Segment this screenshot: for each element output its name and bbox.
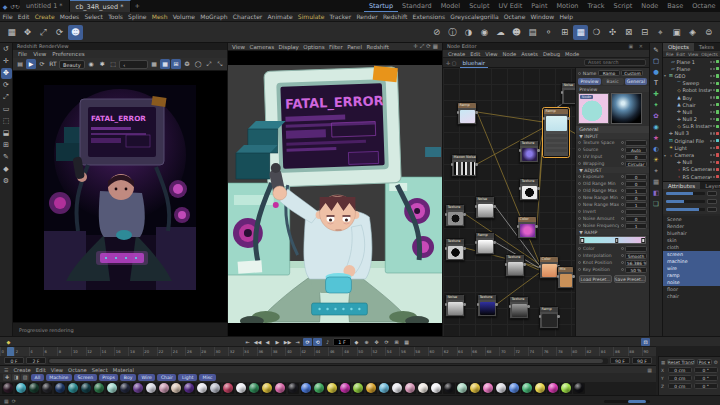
object-tree-row[interactable]: ✛ Null	[663, 108, 720, 115]
shader-node[interactable]: Noise	[445, 294, 465, 317]
shader-node[interactable]: Noise	[561, 82, 575, 105]
material-swatch[interactable]	[482, 383, 493, 394]
rotation-field[interactable]: 0 °	[694, 367, 719, 374]
record-button[interactable]: ⟳	[382, 338, 391, 346]
ramp-section-header[interactable]: ▼ RAMP	[576, 229, 649, 235]
shader-node[interactable]: Texture	[509, 296, 529, 319]
transport-button[interactable]: ◀	[263, 338, 272, 346]
layout-tab[interactable]: Standard	[398, 0, 437, 12]
toolbar-icon[interactable]: ▦	[573, 25, 588, 40]
attribute-row[interactable]: Old Range Max1	[576, 187, 649, 194]
layout-tab[interactable]: Node	[637, 0, 663, 12]
material-swatch[interactable]	[93, 383, 104, 394]
material-view-toggle-icon[interactable]: ▦	[647, 367, 652, 373]
manager-tab[interactable]: Layers	[700, 182, 720, 189]
layer-row[interactable]: skin	[663, 237, 720, 244]
viewport-menu-item[interactable]: Redshift	[367, 44, 389, 50]
material-scrollbar[interactable]	[604, 400, 650, 403]
object-tree-row[interactable]: ✛ Null 2	[663, 116, 720, 123]
manager-tab[interactable]: Takes	[694, 43, 719, 51]
menu-item[interactable]: Character	[230, 13, 265, 20]
attribute-row[interactable]: Noise Amount0	[576, 215, 649, 222]
renderview-icon[interactable]: ⟳	[37, 59, 47, 69]
toolbar-icon[interactable]: ⓘ	[445, 25, 460, 40]
hamburger-icon[interactable]: ☰	[4, 367, 8, 373]
material-swatch[interactable]	[443, 383, 454, 394]
material-menu-item[interactable]: View	[51, 367, 63, 373]
viewport-menu-item[interactable]: Display	[279, 44, 299, 50]
renderview-icon[interactable]: ▦	[160, 59, 170, 69]
material-swatch[interactable]	[314, 383, 325, 394]
material-filter-pill[interactable]: Misc	[199, 374, 216, 381]
tool-icon[interactable]: ✥	[1, 68, 12, 79]
renderview-menu-item[interactable]: Preferences	[52, 51, 84, 57]
renderview-icon[interactable]: ⬚	[108, 59, 118, 69]
node-editor-title[interactable]: Node Editor▣ ✕	[443, 43, 649, 50]
object-tree-row[interactable]: ▱ Plane 1	[663, 58, 720, 65]
autokey-button[interactable]: ⊡	[641, 338, 650, 346]
ramp-knot[interactable]	[615, 238, 619, 243]
tool-icon[interactable]: ◆	[1, 164, 12, 175]
material-menu-item[interactable]: Select	[92, 367, 108, 373]
toolbar-icon[interactable]: ☻	[509, 25, 524, 40]
layer-row[interactable]: cloth	[663, 244, 720, 251]
manager-tab[interactable]: Objects	[663, 43, 694, 51]
material-menu-item[interactable]: Edit	[36, 367, 46, 373]
attribute-row[interactable]: Exposure0	[576, 173, 649, 180]
object-tree-row[interactable]: ▾ ⊞ GEO	[663, 72, 720, 79]
palette-icon[interactable]: ☀	[651, 155, 662, 166]
node-graph[interactable]: Ramp Maxon Noise Texture	[443, 68, 575, 336]
toolbar-icon[interactable]: ▦	[4, 25, 19, 40]
shader-node[interactable]: Ramp	[457, 102, 477, 125]
object-tree-row[interactable]: ⌖ RS Camera	[663, 166, 720, 173]
record-button[interactable]: ⊕	[362, 338, 371, 346]
menu-item[interactable]: File	[0, 13, 15, 20]
manager-tab[interactable]: Attributes	[663, 182, 700, 189]
attribute-row[interactable]: Invert	[576, 208, 649, 215]
attribute-row[interactable]: WrappingCircular	[576, 160, 649, 167]
status-icon[interactable]: ⟳	[12, 398, 16, 404]
loop-button[interactable]: ⟳	[303, 338, 312, 346]
palette-icon[interactable]: ▦	[651, 177, 662, 188]
object-tree-row[interactable]: ▲ Chair	[663, 101, 720, 108]
transport-button[interactable]: ▶▶	[283, 338, 292, 346]
palette-icon[interactable]: ✎	[651, 45, 662, 56]
toolbar-icon[interactable]: ⊜	[701, 25, 716, 40]
viewport-icon[interactable]: ⤢	[420, 43, 424, 50]
visibility-toggles[interactable]	[710, 139, 719, 142]
material-swatch[interactable]	[15, 383, 26, 394]
node-editor-menu-item[interactable]: View	[485, 51, 497, 57]
rotation-field[interactable]: 0 °	[694, 383, 719, 390]
menu-item[interactable]: Animate	[265, 13, 295, 20]
tool-icon[interactable]: ✎	[1, 152, 12, 163]
material-swatch[interactable]	[54, 383, 65, 394]
material-swatch[interactable]	[28, 383, 39, 394]
menu-item[interactable]: Window	[528, 13, 557, 20]
material-swatch[interactable]	[430, 383, 441, 394]
toolbar-icon[interactable]: ⊠	[621, 25, 636, 40]
material-swatch[interactable]	[67, 383, 78, 394]
visibility-toggles[interactable]	[710, 168, 719, 171]
material-swatch[interactable]	[301, 383, 312, 394]
material-sphere-thumb[interactable]	[611, 93, 642, 124]
toolbar-icon[interactable]: ⊘	[429, 25, 444, 40]
viewport-icon[interactable]: ▦	[433, 43, 438, 50]
transport-button[interactable]: ▶	[273, 338, 282, 346]
node-editor-menu-item[interactable]: Debug	[543, 51, 560, 57]
tool-icon[interactable]: ⬓	[1, 128, 12, 139]
layer-row[interactable]: floor	[663, 286, 720, 293]
menu-item[interactable]: Render	[354, 13, 381, 20]
toolbar-icon[interactable]: ✥	[20, 25, 35, 40]
palette-icon[interactable]: ✦	[651, 100, 662, 111]
tool-icon[interactable]: ⊞	[1, 140, 12, 151]
general-section-header[interactable]: General	[576, 126, 649, 133]
shader-node[interactable]: Ramp	[539, 306, 559, 329]
palette-icon[interactable]: ◉	[651, 122, 662, 133]
object-tree-row[interactable]: ▱ Plane	[663, 65, 720, 72]
material-filter-pill[interactable]: Light	[178, 374, 196, 381]
record-button[interactable]: ▦	[402, 338, 411, 346]
material-menu-item[interactable]: Material	[113, 367, 134, 373]
layer-row[interactable]: screen	[663, 251, 720, 258]
preset-button[interactable]: Load Preset...	[579, 275, 611, 283]
material-swatch[interactable]	[184, 383, 195, 394]
